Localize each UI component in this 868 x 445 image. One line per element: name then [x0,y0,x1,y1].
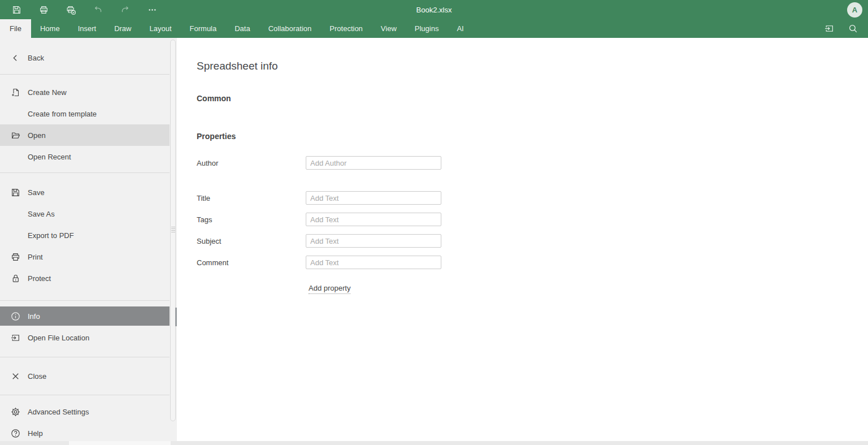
sidebar-item-label: Open [28,131,46,140]
sidebar-item-label: Print [28,253,43,261]
tab-layout[interactable]: Layout [141,19,181,38]
sidebar-item-protect[interactable]: Protect [0,267,170,289]
tab-insert[interactable]: Insert [69,19,106,38]
form-row-tags: Tags [197,213,868,226]
tab-draw[interactable]: Draw [105,19,140,38]
sidebar-item-save-as[interactable]: Save As [0,203,170,224]
sidebar-separator [0,395,170,395]
tab-data[interactable]: Data [225,19,259,38]
sidebar-separator [0,74,170,75]
tab-protection[interactable]: Protection [320,19,372,38]
sidebar-item-create-from-template[interactable]: Create from template [0,103,170,124]
comment-label: Comment [197,258,306,267]
icon-spacer [11,152,20,162]
title-label: Title [197,194,306,202]
sidebar-item-label: Create from template [28,110,97,118]
folder-arrow-icon [11,333,20,343]
title-bar: Book2.xlsx A [0,0,868,19]
tab-home[interactable]: Home [31,19,69,38]
open-file-location-icon[interactable] [824,24,834,34]
tab-view[interactable]: View [372,19,406,38]
sidebar-item-info[interactable]: Info [0,306,170,326]
close-icon [11,371,20,381]
sidebar-item-open-file-location[interactable]: Open File Location [0,327,170,348]
redo-icon[interactable] [120,5,130,15]
form-row-subject: Subject [197,234,868,248]
quick-print-icon[interactable] [66,5,76,15]
section-heading-properties: Properties [197,132,868,141]
spreadsheet-info-panel: Spreadsheet info Common Properties Autho… [177,38,868,445]
sidebar-item-label: Open File Location [28,334,89,342]
form-row-title: Title [197,191,868,205]
comment-field[interactable] [306,256,441,269]
tags-label: Tags [197,215,306,224]
info-circle-icon [11,312,20,321]
subject-label: Subject [197,237,306,245]
divider-grip-icon [171,227,175,234]
horizontal-scrollbar[interactable] [0,441,868,445]
more-icon[interactable] [147,5,157,15]
icon-spacer [11,109,20,119]
folder-open-icon [11,131,20,140]
horizontal-scrollbar-thumb[interactable] [69,441,171,445]
author-label: Author [197,159,306,167]
sidebar-item-label: Close [28,372,46,381]
quick-access-toolbar [0,5,157,15]
question-circle-icon [11,429,20,438]
lock-icon [11,274,20,283]
avatar[interactable]: A [847,2,862,18]
sidebar-item-label: Export to PDF [28,231,74,240]
sidebar-item-advanced-settings[interactable]: Advanced Settings [0,401,170,422]
form-row-comment: Comment [197,256,868,269]
sidebar-item-label: Save As [28,210,55,218]
icon-spacer [11,231,20,240]
properties-form: Author Title Tags Subject Comment [197,156,868,294]
sidebar-separator [0,357,170,357]
tabbar-right-tools [824,19,868,38]
form-row-author: Author [197,156,868,170]
sidebar-item-label: Create New [28,88,67,97]
title-field[interactable] [306,191,441,205]
floppy-icon [11,188,20,197]
sidebar-item-export-to-pdf[interactable]: Export to PDF [0,224,170,246]
ribbon-tab-bar: File Home Insert Draw Layout Formula Dat… [0,19,868,38]
author-field[interactable] [306,156,441,170]
add-property-button[interactable]: Add property [309,284,350,294]
document-plus-icon [11,88,20,97]
file-menu-sidebar: Back Create New Create from template [0,38,170,445]
sidebar-item-label: Save [28,188,45,197]
sidebar-item-label: Protect [28,274,51,283]
sidebar-item-back[interactable]: Back [0,47,170,68]
application-window: Book2.xlsx A File Home Insert Draw Layou… [0,0,868,445]
sidebar-item-label: Help [28,429,43,438]
tab-ai[interactable]: AI [448,19,472,38]
search-icon[interactable] [848,24,858,34]
sidebar-item-open[interactable]: Open [0,124,170,146]
sidebar-item-create-new[interactable]: Create New [0,81,170,103]
tags-field[interactable] [306,213,441,226]
section-heading-common: Common [197,94,868,103]
subject-field[interactable] [306,234,441,248]
sidebar-separator [0,172,170,173]
save-icon[interactable] [11,5,21,15]
file-menu-body: Back Create New Create from template [0,38,868,445]
gear-icon [11,407,20,417]
sidebar-item-print[interactable]: Print [0,246,170,267]
tab-formula[interactable]: Formula [181,19,226,38]
sidebar-item-close[interactable]: Close [0,365,170,387]
tab-file[interactable]: File [0,19,31,38]
icon-spacer [11,209,20,219]
panel-scrollbar-thumb[interactable] [175,308,177,326]
tab-plugins[interactable]: Plugins [406,19,448,38]
sidebar-item-open-recent[interactable]: Open Recent [0,146,170,167]
tab-collaboration[interactable]: Collaboration [259,19,321,38]
sidebar-item-label: Info [28,312,40,321]
sidebar-separator [0,300,170,301]
sidebar-item-label: Back [28,54,44,62]
undo-icon[interactable] [93,5,103,15]
print-icon[interactable] [38,5,49,15]
add-property-wrap: Add property [309,283,868,294]
panel-divider[interactable] [170,38,177,445]
sidebar-item-save[interactable]: Save [0,182,170,203]
chevron-left-icon [11,53,20,63]
